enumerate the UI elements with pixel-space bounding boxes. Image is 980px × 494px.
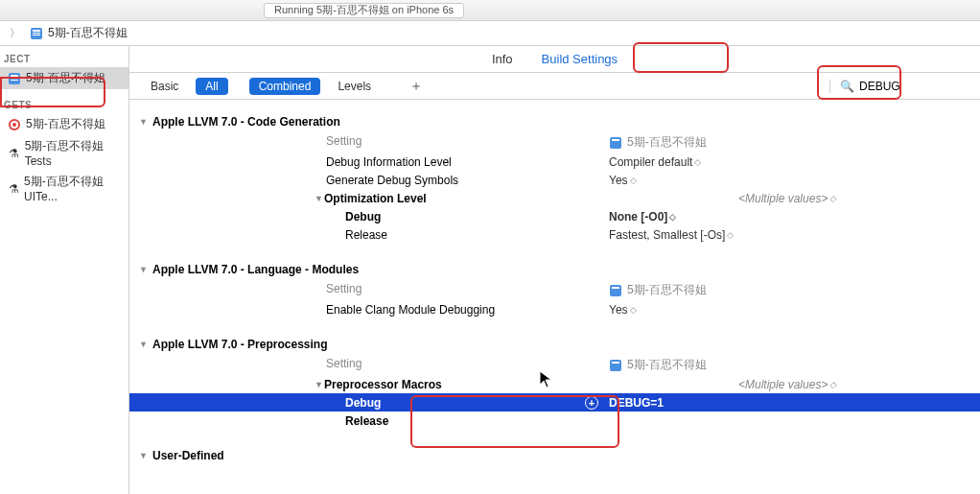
test-target-icon: ⚗: [8, 182, 19, 196]
setting-row-macros[interactable]: ▼ Preprocessor Macros <Multiple values>◇: [129, 375, 980, 393]
popup-arrows-icon: ◇: [630, 177, 637, 184]
setting-row[interactable]: Generate Debug Symbols Yes◇: [129, 171, 980, 189]
popup-arrows-icon: ◇: [630, 307, 637, 314]
sidebar-target-label: 5期-百思不得姐UITe...: [24, 174, 121, 203]
setting-value[interactable]: Fastest, Smallest [-Os]◇: [609, 228, 734, 242]
tab-info[interactable]: Info: [492, 52, 513, 66]
column-header-target: 5期-百思不得姐: [609, 357, 707, 373]
sidebar-project-item[interactable]: 5期-百思不得姐: [0, 67, 128, 89]
disclosure-triangle-icon[interactable]: ▼: [139, 451, 149, 460]
setting-name: Enable Clang Module Debugging: [129, 303, 609, 317]
svg-rect-14: [612, 287, 619, 289]
setting-row-release[interactable]: Release Fastest, Smallest [-Os]◇: [129, 225, 980, 244]
filter-basic[interactable]: Basic: [141, 78, 188, 95]
svg-rect-6: [11, 78, 18, 79]
setting-value[interactable]: None [-O0]◇: [609, 210, 676, 223]
section-title: Apple LLVM 7.0 - Code Generation: [152, 115, 340, 129]
sidebar-target-app[interactable]: 5期-百思不得姐: [0, 113, 128, 135]
setting-row-optimization[interactable]: ▼ Optimization Level <Multiple values>◇: [129, 189, 980, 207]
sidebar-target-uitests[interactable]: ⚗ 5期-百思不得姐UITe...: [0, 171, 128, 206]
setting-name: Release: [129, 414, 609, 428]
svg-point-10: [12, 123, 16, 127]
section-userdefined[interactable]: ▼ User-Defined: [129, 445, 980, 466]
section-title: Apple LLVM 7.0 - Preprocessing: [152, 338, 327, 351]
column-header-setting: Setting: [129, 282, 609, 298]
svg-rect-16: [612, 362, 619, 364]
setting-name: Release: [129, 228, 609, 242]
setting-row[interactable]: Debug Information Level Compiler default…: [129, 153, 980, 171]
sidebar-target-tests[interactable]: ⚗ 5期-百思不得姐Tests: [0, 135, 128, 171]
filter-levels[interactable]: Levels: [328, 78, 381, 95]
section-modules[interactable]: ▼ Apple LLVM 7.0 - Language - Modules: [129, 259, 980, 280]
project-icon: [609, 359, 622, 372]
setting-row-release[interactable]: Release: [129, 412, 980, 430]
popup-arrows-icon: ◇: [829, 196, 836, 202]
column-header-setting: Setting: [129, 357, 609, 373]
disclosure-triangle-icon[interactable]: ▼: [139, 340, 149, 349]
project-icon: [609, 284, 622, 297]
disclosure-triangle-icon[interactable]: ▼: [315, 380, 324, 389]
sidebar-header-project: JECT: [0, 51, 128, 67]
breadcrumb-bar: 〉 5期-百思不得姐: [0, 21, 980, 46]
app-target-icon: [8, 118, 21, 131]
setting-value[interactable]: DEBUG=1: [609, 396, 664, 410]
add-setting-button[interactable]: ＋: [402, 78, 431, 95]
sidebar-target-label: 5期-百思不得姐Tests: [25, 138, 121, 168]
svg-rect-13: [610, 285, 621, 296]
setting-name: Generate Debug Symbols: [129, 174, 609, 187]
status-text: Running 5期-百思不得姐 on iPhone 6s: [274, 3, 454, 17]
column-header-target: 5期-百思不得姐: [609, 134, 707, 151]
status-pill: Running 5期-百思不得姐 on iPhone 6s: [264, 3, 464, 18]
popup-arrows-icon: ◇: [694, 159, 701, 166]
filter-all[interactable]: All: [196, 78, 227, 95]
setting-name: Debug: [129, 396, 609, 410]
disclosure-triangle-icon[interactable]: ▼: [139, 117, 149, 127]
section-title: Apple LLVM 7.0 - Language - Modules: [152, 263, 359, 276]
setting-name: Debug Information Level: [129, 155, 609, 169]
add-circle-icon[interactable]: +: [585, 396, 598, 410]
project-icon: [609, 136, 622, 150]
search-icon: 🔍: [840, 80, 854, 93]
filter-combined[interactable]: Combined: [249, 78, 321, 95]
svg-rect-1: [33, 30, 40, 32]
disclosure-triangle-icon[interactable]: ▼: [139, 265, 149, 274]
svg-rect-15: [610, 360, 621, 371]
setting-value[interactable]: Yes◇: [609, 303, 637, 317]
setting-value[interactable]: Compiler default◇: [609, 155, 701, 169]
section-preprocessing[interactable]: ▼ Apple LLVM 7.0 - Preprocessing: [129, 334, 980, 355]
popup-arrows-icon: ◇: [669, 214, 676, 221]
svg-rect-3: [33, 35, 40, 35]
multi-values-label: <Multiple values>◇: [738, 192, 836, 205]
project-sidebar: JECT 5期-百思不得姐 GETS 5期-百思不得姐 ⚗ 5期-百思不得姐Te…: [0, 46, 129, 494]
multi-values-label: <Multiple values>◇: [738, 378, 836, 391]
editor-tabs: Info Build Settings: [129, 46, 980, 73]
popup-arrows-icon: ◇: [727, 232, 734, 239]
project-icon: [8, 72, 21, 85]
setting-row-debug-selected[interactable]: Debug + DEBUG=1: [129, 393, 980, 412]
setting-value[interactable]: Yes◇: [609, 174, 637, 187]
svg-rect-12: [612, 139, 619, 141]
tab-build-settings[interactable]: Build Settings: [542, 52, 618, 66]
svg-rect-5: [11, 75, 18, 77]
sidebar-project-label: 5期-百思不得姐: [26, 70, 105, 86]
search-wrap: 🔍: [829, 80, 968, 93]
setting-row-debug[interactable]: Debug None [-O0]◇: [129, 207, 980, 225]
back-chevron-icon[interactable]: 〉: [10, 26, 20, 40]
popup-arrows-icon: ◇: [829, 382, 836, 388]
svg-rect-11: [610, 137, 621, 149]
section-title: User-Defined: [152, 449, 224, 462]
section-codegen[interactable]: ▼ Apple LLVM 7.0 - Code Generation: [129, 111, 980, 132]
breadcrumb-label: 5期-百思不得姐: [48, 25, 128, 41]
column-header-setting: Setting: [129, 134, 609, 151]
setting-name: Debug: [129, 210, 609, 223]
search-input[interactable]: [859, 80, 936, 93]
breadcrumb-project[interactable]: 5期-百思不得姐: [30, 25, 128, 41]
svg-rect-7: [11, 80, 18, 81]
settings-table: ▼ Apple LLVM 7.0 - Code Generation Setti…: [129, 100, 980, 494]
column-header-target: 5期-百思不得姐: [609, 282, 707, 298]
content-area: Info Build Settings Basic All Combined L…: [129, 46, 980, 494]
window-top-bar: Running 5期-百思不得姐 on iPhone 6s: [0, 0, 980, 21]
disclosure-triangle-icon[interactable]: ▼: [315, 194, 324, 203]
setting-row[interactable]: Enable Clang Module Debugging Yes◇: [129, 300, 980, 318]
filter-bar: Basic All Combined Levels ＋ 🔍: [129, 73, 980, 100]
